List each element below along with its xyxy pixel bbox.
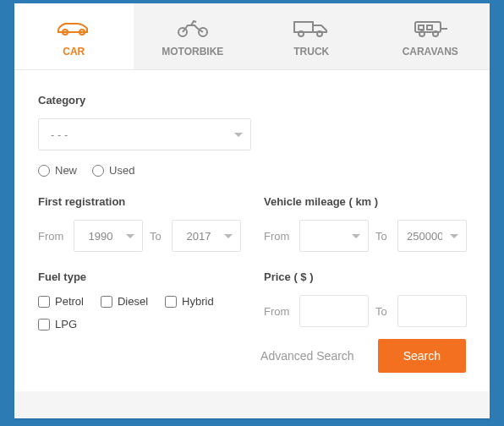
price-label: Price ( $ ): [264, 270, 466, 283]
tab-label: CAR: [63, 46, 85, 57]
condition-new[interactable]: New: [38, 164, 77, 177]
svg-rect-9: [427, 25, 432, 30]
category-label: Category: [38, 94, 466, 106]
tab-truck[interactable]: TRUCK: [252, 3, 371, 69]
truck-icon: [291, 17, 331, 37]
svg-rect-4: [294, 22, 313, 32]
tab-label: TRUCK: [293, 46, 329, 57]
search-button[interactable]: Search: [378, 339, 466, 373]
condition-used[interactable]: Used: [92, 164, 134, 177]
to-label: To: [375, 305, 391, 318]
tab-car[interactable]: CAR: [14, 3, 134, 69]
registration-label: First registration: [38, 195, 240, 208]
price-from[interactable]: [299, 295, 369, 327]
advanced-search-link[interactable]: Advanced Search: [260, 349, 354, 363]
tab-caravans[interactable]: CARAVANS: [371, 3, 490, 69]
fuel-diesel[interactable]: Diesel: [101, 295, 148, 308]
fuel-hybrid[interactable]: Hybrid: [165, 295, 214, 308]
from-label: From: [38, 230, 67, 243]
fuel-lpg[interactable]: LPG: [38, 318, 77, 330]
tab-motorbike[interactable]: MOTORBIKE: [134, 3, 253, 69]
svg-point-11: [433, 31, 438, 36]
svg-point-10: [419, 31, 425, 36]
mileage-label: Vehicle mileage ( km ): [264, 195, 466, 208]
search-form: Category - - - New Used First registrati: [14, 70, 490, 391]
fuel-petrol[interactable]: Petrol: [38, 295, 84, 308]
mileage-to[interactable]: 250000: [397, 220, 467, 252]
to-label: To: [150, 230, 165, 243]
search-card: CAR MOTORBIKE TRUCK CARAVANS: [14, 3, 490, 418]
vehicle-tabs: CAR MOTORBIKE TRUCK CARAVANS: [14, 3, 490, 70]
from-label: From: [264, 305, 293, 318]
mileage-from[interactable]: [299, 220, 369, 252]
registration-from[interactable]: 1990: [74, 220, 143, 252]
motorbike-icon: [173, 17, 213, 37]
fuel-label: Fuel type: [38, 270, 240, 283]
car-icon: [53, 17, 94, 37]
from-label: From: [264, 230, 293, 243]
to-label: To: [375, 230, 391, 243]
price-to[interactable]: [397, 295, 467, 327]
footer-strip: [14, 391, 490, 418]
registration-to[interactable]: 2017: [172, 220, 241, 252]
category-select[interactable]: - - -: [38, 118, 251, 150]
svg-point-6: [317, 31, 322, 36]
svg-point-5: [299, 31, 304, 36]
caravan-icon: [410, 17, 451, 37]
svg-rect-8: [419, 25, 424, 30]
radio-used[interactable]: [92, 165, 104, 177]
tab-label: CARAVANS: [403, 46, 458, 57]
tab-label: MOTORBIKE: [162, 46, 223, 57]
radio-new[interactable]: [38, 165, 50, 177]
